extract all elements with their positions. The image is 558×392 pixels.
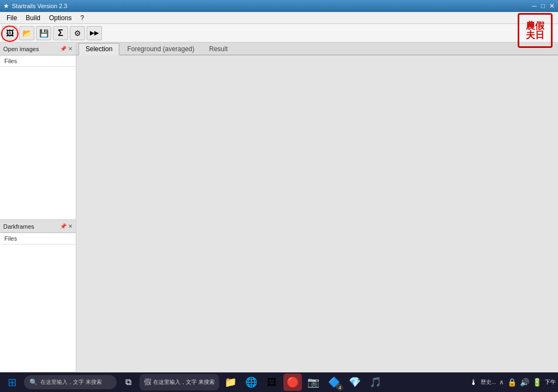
battery-icon[interactable]: 🔋 xyxy=(532,378,542,387)
task-view-btn[interactable]: ⧉ xyxy=(119,373,137,391)
minimize-btn[interactable]: ─ xyxy=(532,2,537,10)
open-images-files-label: Files xyxy=(0,56,76,67)
title-bar-icon: ★ xyxy=(3,2,9,10)
search-icon: 🔍 xyxy=(29,378,38,386)
adjust-btn[interactable]: ⚙ xyxy=(70,26,85,40)
main-area: Open images 📌 ✕ Files Darkframes 📌 ✕ xyxy=(0,42,558,372)
darkframes-close[interactable]: ✕ xyxy=(68,223,72,229)
content-pane xyxy=(76,56,558,372)
darkframes-files-label: Files xyxy=(0,233,76,244)
watermark-stamp: 農假 夫日 xyxy=(518,13,553,48)
open-images-header: Open images 📌 ✕ xyxy=(0,42,76,56)
open-images-btn[interactable]: 🖼 xyxy=(2,26,17,40)
open-images-title: Open images xyxy=(3,46,39,52)
left-panel: Open images 📌 ✕ Files Darkframes 📌 ✕ xyxy=(0,42,76,372)
lightroom-btn[interactable]: 📷 xyxy=(304,373,323,391)
darkframes-title: Darkframes xyxy=(3,223,34,230)
darkframes-pin[interactable]: 📌 xyxy=(60,223,66,229)
open-images-pin[interactable]: 📌 xyxy=(60,46,66,52)
open-folder-btn[interactable]: 📂 xyxy=(19,26,34,40)
title-bar: ★ Startrails Version 2.3 ─ □ ✕ xyxy=(0,0,558,12)
menu-file[interactable]: File xyxy=(2,13,21,23)
toolbar: 🖼 📂 💾 Σ ⚙ ▶▶ 農假 夫日 xyxy=(0,24,558,42)
sum-btn[interactable]: Σ xyxy=(53,26,68,40)
speaker-icon[interactable]: 🔊 xyxy=(520,378,529,387)
taskbar-search-text[interactable]: 在这里输入，文字 来搜索 xyxy=(40,378,102,386)
open-images-section: Open images 📌 ✕ Files xyxy=(0,42,76,220)
app-red-btn[interactable]: 🔴 xyxy=(283,373,302,391)
history-label[interactable]: 歷史... xyxy=(481,378,496,386)
active-app-text: 在这里输入，文字 来搜索 xyxy=(153,378,215,386)
network-icon[interactable]: 🔒 xyxy=(507,378,517,387)
clock[interactable]: 下午 xyxy=(545,378,556,386)
menu-bar: File Build Options ? xyxy=(0,12,558,24)
right-area: Selection Foreground (averaged) Result xyxy=(76,42,558,372)
file-explorer-btn[interactable]: 📁 xyxy=(221,373,240,391)
active-app-indicator[interactable]: 假 在这里输入，文字 来搜索 xyxy=(140,374,219,390)
darkframes-section: Darkframes 📌 ✕ Files xyxy=(0,220,76,372)
app-dark-btn[interactable]: 🎵 xyxy=(366,373,385,391)
photos-btn[interactable]: 🖼 xyxy=(263,373,281,391)
tabs-bar: Selection Foreground (averaged) Result xyxy=(76,42,558,56)
chevron-icon[interactable]: ∧ xyxy=(499,378,504,386)
open-images-content xyxy=(0,67,76,219)
darkframes-content xyxy=(0,244,76,372)
menu-help[interactable]: ? xyxy=(76,13,88,23)
app-badge-btn[interactable]: 🔷 4 xyxy=(325,373,343,391)
close-btn[interactable]: ✕ xyxy=(549,2,555,10)
tab-result[interactable]: Result xyxy=(202,43,235,54)
open-images-close[interactable]: ✕ xyxy=(68,46,72,52)
tab-foreground[interactable]: Foreground (averaged) xyxy=(120,43,201,54)
menu-options[interactable]: Options xyxy=(45,13,76,23)
darkframes-header: Darkframes 📌 ✕ xyxy=(0,220,76,233)
taskbar: ⊞ 🔍 在这里输入，文字 来搜索 ⧉ 假 在这里输入，文字 来搜索 📁 🌐 🖼 … xyxy=(0,372,558,392)
start-button[interactable]: ⊞ xyxy=(2,373,22,391)
app-teal-btn[interactable]: 💎 xyxy=(345,373,364,391)
tab-selection[interactable]: Selection xyxy=(78,43,119,56)
title-bar-text: Startrails Version 2.3 xyxy=(12,3,68,9)
system-tray: 🌡 歷史... ∧ 🔒 🔊 🔋 下午 xyxy=(470,378,556,387)
maximize-btn[interactable]: □ xyxy=(541,2,545,10)
menu-build[interactable]: Build xyxy=(21,13,45,23)
preview-btn[interactable]: ▶▶ xyxy=(87,26,102,40)
chrome-btn[interactable]: 🌐 xyxy=(242,373,260,391)
save-btn[interactable]: 💾 xyxy=(36,26,51,40)
thermometer-icon: 🌡 xyxy=(470,378,477,387)
